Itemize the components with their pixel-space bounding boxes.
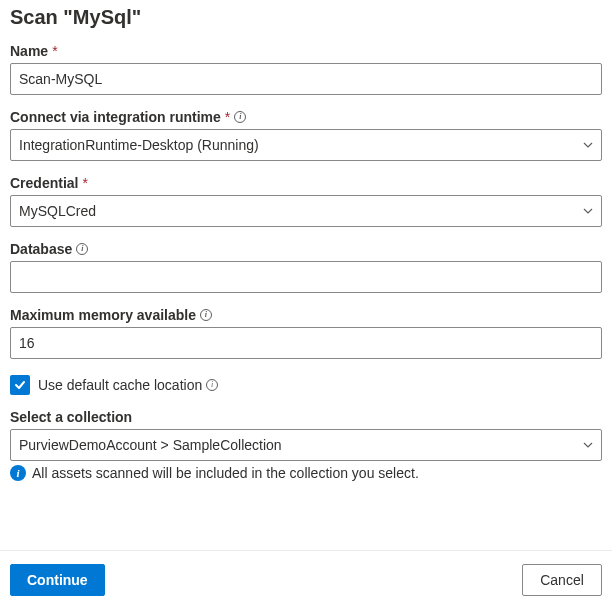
runtime-select[interactable]: IntegrationRuntime-Desktop (Running): [10, 129, 602, 161]
page-title: Scan "MySql": [10, 6, 602, 29]
footer: Continue Cancel: [0, 550, 612, 608]
label-runtime: Connect via integration runtime * i: [10, 109, 602, 125]
label-name-text: Name: [10, 43, 48, 59]
name-input[interactable]: [10, 63, 602, 95]
cache-checkbox[interactable]: [10, 375, 30, 395]
label-credential: Credential *: [10, 175, 602, 191]
field-credential: Credential * MySQLCred: [10, 175, 602, 227]
field-collection: Select a collection PurviewDemoAccount >…: [10, 409, 602, 481]
collection-select[interactable]: PurviewDemoAccount > SampleCollection: [10, 429, 602, 461]
continue-button[interactable]: Continue: [10, 564, 105, 596]
field-database: Database i: [10, 241, 602, 293]
label-collection: Select a collection: [10, 409, 602, 425]
cache-label: Use default cache location i: [38, 377, 218, 393]
field-runtime: Connect via integration runtime * i Inte…: [10, 109, 602, 161]
info-filled-icon: i: [10, 465, 26, 481]
label-runtime-text: Connect via integration runtime: [10, 109, 221, 125]
label-name: Name *: [10, 43, 602, 59]
database-input[interactable]: [10, 261, 602, 293]
cancel-button[interactable]: Cancel: [522, 564, 602, 596]
info-icon: i: [234, 111, 246, 123]
label-collection-text: Select a collection: [10, 409, 132, 425]
label-memory: Maximum memory available i: [10, 307, 602, 323]
info-icon: i: [206, 379, 218, 391]
info-icon: i: [200, 309, 212, 321]
field-memory: Maximum memory available i: [10, 307, 602, 359]
field-name: Name *: [10, 43, 602, 95]
credential-select[interactable]: MySQLCred: [10, 195, 602, 227]
label-credential-text: Credential: [10, 175, 78, 191]
memory-input[interactable]: [10, 327, 602, 359]
collection-hint: i All assets scanned will be included in…: [10, 465, 602, 481]
label-memory-text: Maximum memory available: [10, 307, 196, 323]
field-cache: Use default cache location i: [10, 375, 602, 395]
label-database: Database i: [10, 241, 602, 257]
label-database-text: Database: [10, 241, 72, 257]
collection-hint-text: All assets scanned will be included in t…: [32, 465, 419, 481]
info-icon: i: [76, 243, 88, 255]
required-asterisk: *: [52, 43, 57, 59]
required-asterisk: *: [225, 109, 230, 125]
cache-label-text: Use default cache location: [38, 377, 202, 393]
required-asterisk: *: [82, 175, 87, 191]
